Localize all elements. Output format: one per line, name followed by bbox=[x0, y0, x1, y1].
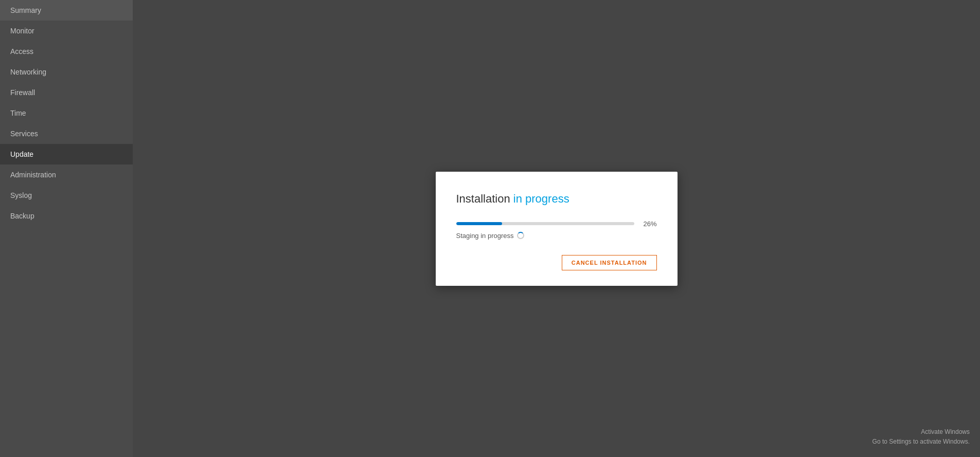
sidebar-label-syslog: Syslog bbox=[10, 191, 32, 199]
progress-bar-fill bbox=[456, 222, 503, 225]
modal-backdrop: Installation in progress 26% Staging in … bbox=[133, 0, 980, 457]
progress-bar-track bbox=[456, 222, 634, 225]
modal-title: Installation in progress bbox=[456, 192, 657, 206]
sidebar-label-summary: Summary bbox=[10, 6, 41, 14]
sidebar-label-access: Access bbox=[10, 47, 33, 56]
progress-container: 26% bbox=[456, 220, 657, 228]
sidebar-label-backup: Backup bbox=[10, 212, 34, 220]
activate-windows-line2: Go to Settings to activate Windows. bbox=[872, 437, 970, 447]
sidebar-item-administration[interactable]: Administration bbox=[0, 164, 133, 185]
staging-label: Staging in progress bbox=[456, 232, 657, 240]
sidebar-label-time: Time bbox=[10, 109, 26, 117]
sidebar-item-syslog[interactable]: Syslog bbox=[0, 185, 133, 206]
sidebar-item-summary[interactable]: Summary bbox=[0, 0, 133, 21]
sidebar-item-backup[interactable]: Backup bbox=[0, 206, 133, 226]
modal-actions: CANCEL INSTALLATION bbox=[456, 255, 657, 270]
cancel-installation-button[interactable]: CANCEL INSTALLATION bbox=[562, 255, 657, 270]
spinner-icon bbox=[517, 232, 524, 239]
sidebar-item-networking[interactable]: Networking bbox=[0, 62, 133, 82]
sidebar-label-networking: Networking bbox=[10, 68, 46, 76]
sidebar-label-administration: Administration bbox=[10, 171, 56, 179]
progress-percent: 26% bbox=[640, 220, 657, 228]
sidebar-item-update[interactable]: Update bbox=[0, 144, 133, 164]
staging-text: Staging in progress bbox=[456, 232, 514, 240]
windows-activation-watermark: Activate Windows Go to Settings to activ… bbox=[872, 427, 970, 447]
sidebar-label-firewall: Firewall bbox=[10, 88, 35, 97]
sidebar-item-access[interactable]: Access bbox=[0, 41, 133, 62]
sidebar-item-firewall[interactable]: Firewall bbox=[0, 82, 133, 103]
modal-title-part1: Installation bbox=[456, 192, 513, 205]
sidebar: SummaryMonitorAccessNetworkingFirewallTi… bbox=[0, 0, 133, 457]
modal-title-highlight: in progress bbox=[513, 192, 569, 205]
sidebar-item-time[interactable]: Time bbox=[0, 103, 133, 123]
sidebar-item-monitor[interactable]: Monitor bbox=[0, 21, 133, 41]
sidebar-label-monitor: Monitor bbox=[10, 27, 34, 35]
sidebar-item-services[interactable]: Services bbox=[0, 123, 133, 144]
modal-dialog: Installation in progress 26% Staging in … bbox=[436, 172, 678, 286]
sidebar-label-services: Services bbox=[10, 130, 38, 138]
sidebar-label-update: Update bbox=[10, 150, 33, 158]
activate-windows-line1: Activate Windows bbox=[872, 427, 970, 437]
